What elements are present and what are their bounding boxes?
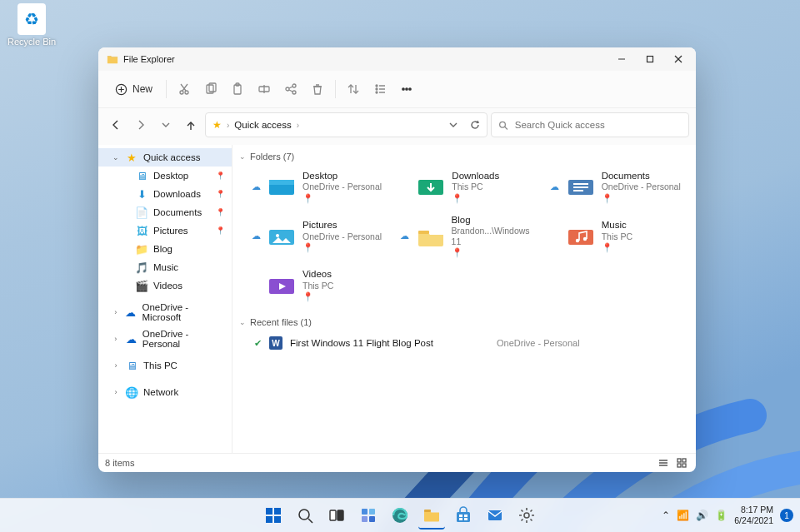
folder-tile[interactable]: MusicThis PC📍 <box>547 211 689 262</box>
sidebar-quick-access[interactable]: ⌄ ★ Quick access <box>98 148 232 167</box>
cut-button[interactable] <box>172 77 197 102</box>
network-icon: 🌐 <box>125 385 138 399</box>
back-button[interactable] <box>105 114 127 136</box>
sidebar-item-desktop[interactable]: 🖥Desktop📍 <box>98 167 232 185</box>
taskbar-center <box>260 501 540 530</box>
titlebar[interactable]: File Explorer <box>98 47 696 71</box>
cloud-icon: ☁ <box>125 332 138 346</box>
sidebar-item-blog[interactable]: 📁Blog <box>98 240 232 258</box>
maximize-button[interactable] <box>636 47 664 71</box>
delete-button[interactable] <box>305 77 330 102</box>
thumbnail-view-button[interactable] <box>674 455 689 470</box>
wifi-icon[interactable]: 📶 <box>677 510 689 521</box>
sidebar-item-documents[interactable]: 📄Documents📍 <box>98 203 232 221</box>
sort-button[interactable] <box>341 77 366 102</box>
refresh-button[interactable] <box>470 120 480 130</box>
sidebar-this-pc[interactable]: ›🖥This PC <box>98 356 232 375</box>
sidebar-item-pictures[interactable]: 🖼Pictures📍 <box>98 221 232 240</box>
new-button[interactable]: New <box>107 77 161 102</box>
downloads-icon: ⬇ <box>135 187 148 201</box>
svg-rect-69 <box>369 509 375 515</box>
chevron-down-icon: ⌄ <box>112 153 120 162</box>
edge-taskbar-button[interactable] <box>387 502 413 529</box>
share-button[interactable] <box>278 77 303 102</box>
start-button[interactable] <box>260 502 287 529</box>
breadcrumb-text[interactable]: Quick access <box>234 120 291 130</box>
view-button[interactable] <box>368 77 392 102</box>
svg-point-64 <box>299 510 309 520</box>
minimize-button[interactable] <box>608 47 636 71</box>
folder-icon <box>417 225 445 248</box>
task-view-button[interactable] <box>323 502 350 529</box>
up-button[interactable] <box>180 114 202 136</box>
notifications-badge[interactable]: 1 <box>780 509 793 522</box>
folder-tile[interactable]: ☁BlogBrandon...\Windows 11📍 <box>397 211 539 262</box>
folder-location: This PC <box>602 231 632 242</box>
details-view-button[interactable] <box>656 455 671 470</box>
folders-group-header[interactable]: ⌄ Folders (7) <box>239 152 689 162</box>
folder-tile[interactable]: ☁DocumentsOneDrive - Personal📍 <box>547 167 689 207</box>
folder-icon <box>567 225 595 248</box>
breadcrumb-bar[interactable]: ★ › Quick access › <box>205 112 488 137</box>
svg-point-27 <box>376 88 378 90</box>
svg-rect-74 <box>457 512 470 522</box>
folder-name: Music <box>602 219 632 231</box>
recycle-bin-desktop-icon[interactable]: ♻ Recycle Bin <box>7 3 57 47</box>
sidebar-onedrive-personal[interactable]: ›☁OneDrive - Personal <box>98 330 232 348</box>
svg-rect-57 <box>682 459 686 462</box>
svg-rect-63 <box>274 516 281 523</box>
svg-rect-75 <box>459 515 462 517</box>
svg-point-34 <box>409 88 411 90</box>
battery-icon[interactable]: 🔋 <box>715 510 728 521</box>
explorer-taskbar-button[interactable] <box>418 501 445 530</box>
taskbar-right: ⌃ 📶 🔊 🔋 8:17 PM 6/24/2021 1 <box>662 505 793 525</box>
rename-button[interactable] <box>252 77 277 102</box>
folder-tile[interactable]: ☁DesktopOneDrive - Personal📍 <box>248 167 390 207</box>
sidebar-item-downloads[interactable]: ⬇Downloads📍 <box>98 185 232 203</box>
folder-tile[interactable]: ☁PicturesOneDrive - Personal📍 <box>248 211 390 262</box>
pin-icon: 📍 <box>302 193 382 204</box>
volume-icon[interactable]: 🔊 <box>696 510 708 521</box>
svg-rect-78 <box>464 518 468 520</box>
svg-rect-62 <box>266 516 272 523</box>
breadcrumb-dropdown[interactable] <box>448 120 458 130</box>
search-box[interactable] <box>491 112 689 137</box>
folder-location: OneDrive - Personal <box>302 181 382 192</box>
taskbar-clock[interactable]: 8:17 PM 6/24/2021 <box>734 505 773 525</box>
svg-point-8 <box>185 91 188 94</box>
svg-rect-60 <box>266 508 272 515</box>
sidebar-network[interactable]: ›🌐Network <box>98 383 232 401</box>
taskbar[interactable]: ⌃ 📶 🔊 🔋 8:17 PM 6/24/2021 1 <box>0 498 800 532</box>
status-bar: 8 items <box>98 453 696 472</box>
folder-tile[interactable]: VideosThis PC📍 <box>248 265 390 306</box>
sidebar-item-videos[interactable]: 🎬Videos <box>98 276 232 295</box>
recent-file[interactable]: ✔WFirst Windows 11 Flight Blog PostOneDr… <box>251 332 689 354</box>
settings-taskbar-button[interactable] <box>513 502 540 529</box>
sidebar-item-music[interactable]: 🎵Music <box>98 258 232 276</box>
widgets-button[interactable] <box>355 502 382 529</box>
paste-button[interactable] <box>225 77 250 102</box>
chevron-right-icon: › <box>112 361 120 370</box>
mail-taskbar-button[interactable] <box>482 502 508 529</box>
recent-group-header[interactable]: ⌄ Recent files (1) <box>239 317 689 327</box>
more-button[interactable] <box>394 77 419 102</box>
search-input[interactable] <box>513 119 682 131</box>
search-taskbar-button[interactable] <box>292 502 318 529</box>
navigation-pane[interactable]: ⌄ ★ Quick access 🖥Desktop📍 ⬇Downloads📍 📄… <box>98 145 232 453</box>
tray-chevron-icon[interactable]: ⌃ <box>662 510 670 521</box>
copy-button[interactable] <box>198 77 223 102</box>
svg-rect-48 <box>568 230 593 245</box>
sync-icon: ✔ <box>254 338 262 349</box>
content-area[interactable]: ⌄ Folders (7) ☁DesktopOneDrive - Persona… <box>232 145 696 453</box>
svg-point-46 <box>276 234 279 237</box>
forward-button[interactable] <box>130 114 152 136</box>
system-tray[interactable]: ⌃ 📶 🔊 🔋 <box>662 510 728 521</box>
window-body: ⌄ ★ Quick access 🖥Desktop📍 ⬇Downloads📍 📄… <box>98 145 696 453</box>
pin-icon: 📍 <box>216 190 225 198</box>
recent-locations-button[interactable] <box>155 114 177 136</box>
folder-tile[interactable]: DownloadsThis PC📍 <box>397 167 539 207</box>
store-taskbar-button[interactable] <box>450 502 477 529</box>
close-button[interactable] <box>664 47 692 71</box>
sidebar-onedrive-microsoft[interactable]: ›☁OneDrive - Microsoft <box>98 303 232 321</box>
svg-rect-58 <box>678 464 681 467</box>
